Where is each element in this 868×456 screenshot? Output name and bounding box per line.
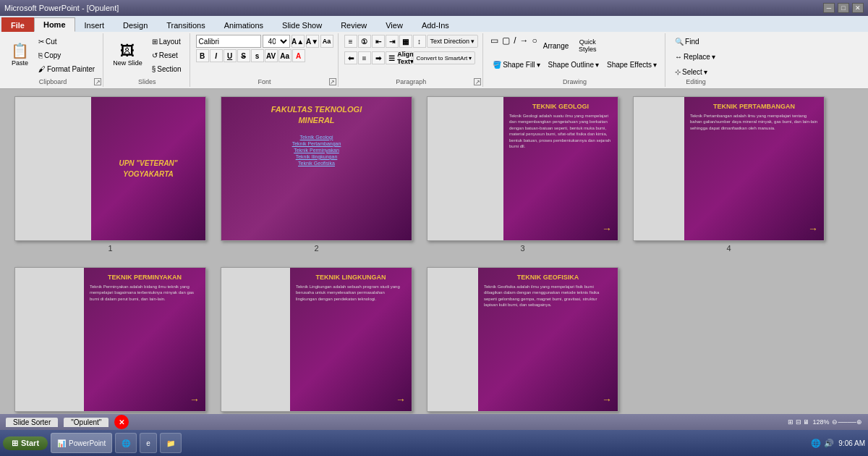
ppt-icon: 📊 bbox=[57, 439, 66, 447]
opulent-tab[interactable]: "Opulent" bbox=[64, 418, 109, 427]
font-size-decrease-button[interactable]: A▼ bbox=[306, 35, 319, 48]
slide-3[interactable]: TEKNIK GEOLOGI Teknik Geologi adalah sua… bbox=[427, 96, 618, 241]
shape-effects-button[interactable]: Shape Effects▾ bbox=[603, 58, 660, 71]
slide-sorter-area: UPN "VETERAN"YOGYAKARTA 1 FAKULTAS TEKNO… bbox=[0, 89, 868, 414]
start-button[interactable]: ⊞ Start bbox=[3, 436, 48, 450]
slide-5-body: Teknik Perminyakan adalah bidang ilmu te… bbox=[90, 284, 200, 302]
underline-button[interactable]: U bbox=[224, 49, 237, 62]
tab-slideshow[interactable]: Slide Show bbox=[273, 17, 331, 32]
numbering-button[interactable]: ① bbox=[358, 35, 371, 48]
select-button[interactable]: ⊹ Select▾ bbox=[671, 65, 711, 78]
shape-fill-label: Shape Fill bbox=[503, 61, 535, 69]
tab-transitions[interactable]: Transitions bbox=[157, 17, 214, 32]
clear-format-button[interactable]: Aa bbox=[320, 35, 333, 48]
shape-fill-button[interactable]: 🪣 Shape Fill▾ bbox=[489, 58, 543, 71]
slide-1[interactable]: UPN "VETERAN"YOGYAKARTA bbox=[14, 96, 206, 241]
slide-5[interactable]: TEKNIK PERMINYAKAN Teknik Perminyakan ad… bbox=[14, 267, 206, 412]
font-size-increase-button[interactable]: A▲ bbox=[292, 35, 305, 48]
columns-button[interactable]: ▦ bbox=[399, 35, 412, 48]
layout-button[interactable]: ⊞ Layout bbox=[148, 35, 185, 48]
maximize-button[interactable]: □ bbox=[838, 3, 849, 13]
format-painter-button[interactable]: 🖌 Format Painter bbox=[35, 62, 98, 75]
zoom-control[interactable]: ⊖────⊕ bbox=[832, 418, 862, 426]
font-name-input[interactable] bbox=[196, 35, 261, 48]
slide-3-inner: TEKNIK GEOLOGI Teknik Geologi adalah sua… bbox=[427, 97, 618, 240]
slide-container-3: TEKNIK GEOLOGI Teknik Geologi adalah sua… bbox=[427, 96, 618, 253]
paragraph-expander[interactable]: ↗ bbox=[474, 78, 481, 85]
increase-indent-button[interactable]: ⇥ bbox=[386, 35, 399, 48]
status-icon: ✕ bbox=[114, 415, 129, 429]
font-size-select[interactable]: 40 bbox=[263, 35, 290, 48]
decrease-indent-button[interactable]: ⇤ bbox=[372, 35, 385, 48]
align-right-button[interactable]: ➡ bbox=[372, 51, 385, 64]
rounded-rect-shape[interactable]: ▢ bbox=[501, 35, 511, 56]
line-spacing-button[interactable]: ↕ bbox=[413, 35, 426, 48]
slide-sorter-tab[interactable]: Slide Sorter bbox=[6, 418, 58, 427]
font-case-button[interactable]: Aa bbox=[278, 49, 292, 62]
text-direction-label: Text Direction bbox=[430, 38, 470, 45]
slide-6[interactable]: TEKNIK LINGKUNGAN Teknik Lingkungan adal… bbox=[221, 267, 412, 412]
arrow-shape[interactable]: → bbox=[518, 35, 529, 56]
minimize-button[interactable]: ─ bbox=[823, 3, 835, 13]
arrange-button[interactable]: Arrange bbox=[540, 35, 573, 56]
justify-button[interactable]: ☰ bbox=[386, 51, 399, 64]
font-spacing-button[interactable]: AV bbox=[265, 49, 278, 62]
taskbar-powerpoint-btn[interactable]: 📊 PowerPoint bbox=[51, 433, 112, 453]
slide-7-arrow: → bbox=[602, 394, 612, 405]
strikethrough-button[interactable]: S bbox=[237, 49, 250, 62]
close-button[interactable]: ✕ bbox=[852, 3, 864, 13]
text-direction-button[interactable]: Text Direction▾ bbox=[427, 35, 479, 48]
slide-4-body: Teknik Pertambangan adalah ilmu yang mem… bbox=[690, 113, 818, 131]
tab-review[interactable]: Review bbox=[331, 17, 376, 32]
zoom-level: 128% bbox=[812, 418, 829, 426]
find-button[interactable]: 🔍 Find bbox=[671, 35, 702, 48]
tab-view[interactable]: View bbox=[376, 17, 412, 32]
folder-icon: 📁 bbox=[166, 439, 175, 447]
align-center-button[interactable]: ≡ bbox=[358, 51, 371, 64]
cut-button[interactable]: ✂ Cut bbox=[35, 35, 98, 48]
slide-7-inner: TEKNIK GEOFISIKA Teknik Geofisika adalah… bbox=[427, 268, 618, 411]
convert-smartart-button[interactable]: Convert to SmartArt▾ bbox=[413, 51, 476, 64]
slide-4[interactable]: TEKNIK PERTAMBANGAN Teknik Pertambangan … bbox=[633, 96, 825, 241]
bold-button[interactable]: B bbox=[196, 49, 209, 62]
italic-button[interactable]: I bbox=[210, 49, 223, 62]
new-slide-button[interactable]: 🖼 New Slide bbox=[109, 36, 146, 74]
link-teknik-pertambangan: Teknik Pertambangan bbox=[292, 141, 341, 146]
slide-3-left bbox=[427, 97, 503, 240]
select-icon: ⊹ bbox=[675, 68, 681, 76]
align-text-button[interactable]: Align Text▾ bbox=[399, 51, 412, 64]
new-slide-icon: 🖼 bbox=[120, 43, 135, 58]
slides-row-1: UPN "VETERAN"YOGYAKARTA 1 FAKULTAS TEKNO… bbox=[14, 96, 854, 253]
slide-4-arrow: → bbox=[808, 223, 818, 235]
circle-shape[interactable]: ○ bbox=[530, 35, 538, 56]
paste-button[interactable]: 📋 Paste bbox=[7, 36, 33, 74]
taskbar-folder-btn[interactable]: 📁 bbox=[160, 433, 182, 453]
slide-2[interactable]: FAKULTAS TEKNOLOGIMINERAL Teknik Geologi… bbox=[221, 96, 412, 241]
font-color-button[interactable]: A bbox=[292, 49, 305, 62]
align-left-button[interactable]: ⬅ bbox=[344, 51, 357, 64]
tab-insert[interactable]: Insert bbox=[75, 17, 114, 32]
shadow-button[interactable]: s bbox=[251, 49, 264, 62]
section-button[interactable]: § Section bbox=[148, 62, 185, 75]
line-shape[interactable]: / bbox=[512, 35, 517, 56]
ribbon-content: 📋 Paste ✂ Cut ⎘ Copy 🖌 Format Painter bbox=[0, 32, 868, 88]
shape-outline-button[interactable]: Shape Outline▾ bbox=[545, 58, 603, 71]
link-teknik-geofisika: Teknik Geofisika bbox=[298, 161, 335, 166]
tab-animations[interactable]: Animations bbox=[215, 17, 273, 32]
tab-home[interactable]: Home bbox=[34, 17, 75, 32]
quick-styles-button[interactable]: Quick Styles bbox=[573, 35, 602, 56]
taskbar-firefox-btn[interactable]: 🌐 bbox=[115, 433, 137, 453]
taskbar-ie-btn[interactable]: e bbox=[140, 433, 157, 453]
slide-7[interactable]: TEKNIK GEOFISIKA Teknik Geofisika adalah… bbox=[427, 267, 618, 412]
rect-shape[interactable]: ▭ bbox=[489, 35, 500, 56]
tab-addins[interactable]: Add-Ins bbox=[412, 17, 459, 32]
clipboard-expander[interactable]: ↗ bbox=[94, 78, 101, 85]
find-label: Find bbox=[685, 38, 699, 46]
copy-button[interactable]: ⎘ Copy bbox=[35, 48, 98, 62]
tab-design[interactable]: Design bbox=[114, 17, 157, 32]
font-expander[interactable]: ↗ bbox=[329, 78, 336, 85]
replace-button[interactable]: ↔ Replace▾ bbox=[671, 50, 719, 63]
reset-button[interactable]: ↺ Reset bbox=[148, 48, 185, 62]
bullets-button[interactable]: ≡ bbox=[344, 35, 357, 48]
tab-file[interactable]: File bbox=[1, 17, 34, 32]
